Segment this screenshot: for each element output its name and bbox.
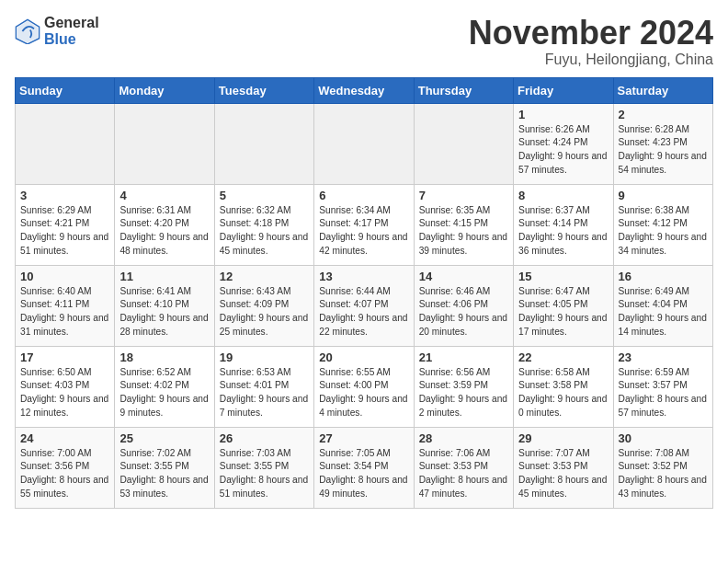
day-number: 20 xyxy=(319,350,408,364)
location-subtitle: Fuyu, Heilongjiang, China xyxy=(469,52,713,68)
day-cell: 28Sunrise: 7:06 AMSunset: 3:53 PMDayligh… xyxy=(414,427,513,508)
day-info: Sunrise: 6:29 AMSunset: 4:21 PMDaylight:… xyxy=(20,204,109,259)
header-row: Sunday Monday Tuesday Wednesday Thursday… xyxy=(16,77,713,103)
day-info: Sunrise: 6:56 AMSunset: 3:59 PMDaylight:… xyxy=(419,366,508,420)
day-info: Sunrise: 6:47 AMSunset: 4:05 PMDaylight:… xyxy=(518,285,608,339)
day-info: Sunrise: 6:26 AMSunset: 4:24 PMDaylight:… xyxy=(518,123,608,178)
day-info: Sunrise: 6:34 AMSunset: 4:17 PMDaylight:… xyxy=(319,204,408,259)
day-info: Sunrise: 7:06 AMSunset: 3:53 PMDaylight:… xyxy=(419,447,508,501)
day-number: 10 xyxy=(20,270,109,283)
day-info: Sunrise: 6:52 AMSunset: 4:02 PMDaylight:… xyxy=(119,366,209,420)
day-info: Sunrise: 7:00 AMSunset: 3:56 PMDaylight:… xyxy=(20,447,109,501)
day-cell: 25Sunrise: 7:02 AMSunset: 3:55 PMDayligh… xyxy=(115,427,214,508)
week-row-5: 24Sunrise: 7:00 AMSunset: 3:56 PMDayligh… xyxy=(16,427,713,508)
col-saturday: Saturday xyxy=(613,77,712,103)
day-number: 18 xyxy=(119,350,209,364)
day-number: 12 xyxy=(220,270,309,283)
day-info: Sunrise: 6:50 AMSunset: 4:03 PMDaylight:… xyxy=(20,366,109,420)
day-info: Sunrise: 7:05 AMSunset: 3:54 PMDaylight:… xyxy=(319,447,408,501)
day-cell: 17Sunrise: 6:50 AMSunset: 4:03 PMDayligh… xyxy=(16,346,115,427)
page-container: General Blue November 2024 Fuyu, Heilong… xyxy=(0,0,728,516)
calendar-table: Sunday Monday Tuesday Wednesday Thursday… xyxy=(15,77,713,509)
day-number: 21 xyxy=(419,350,508,364)
day-cell: 2Sunrise: 6:28 AMSunset: 4:23 PMDaylight… xyxy=(613,103,712,184)
day-cell: 18Sunrise: 6:52 AMSunset: 4:02 PMDayligh… xyxy=(115,346,214,427)
day-number: 23 xyxy=(619,350,708,364)
day-cell xyxy=(16,103,115,184)
day-number: 3 xyxy=(20,189,109,202)
calendar-body: 1Sunrise: 6:26 AMSunset: 4:24 PMDaylight… xyxy=(16,103,713,508)
day-cell xyxy=(214,103,313,184)
day-number: 8 xyxy=(518,189,608,202)
logo: General Blue xyxy=(15,15,99,47)
day-cell: 15Sunrise: 6:47 AMSunset: 4:05 PMDayligh… xyxy=(514,265,613,346)
day-info: Sunrise: 6:41 AMSunset: 4:10 PMDaylight:… xyxy=(119,285,209,339)
week-row-4: 17Sunrise: 6:50 AMSunset: 4:03 PMDayligh… xyxy=(16,346,713,427)
day-cell xyxy=(115,103,214,184)
logo-text: General Blue xyxy=(44,15,99,47)
day-cell: 26Sunrise: 7:03 AMSunset: 3:55 PMDayligh… xyxy=(214,427,313,508)
day-info: Sunrise: 6:58 AMSunset: 3:58 PMDaylight:… xyxy=(518,366,608,420)
day-cell: 4Sunrise: 6:31 AMSunset: 4:20 PMDaylight… xyxy=(115,184,214,265)
day-cell: 10Sunrise: 6:40 AMSunset: 4:11 PMDayligh… xyxy=(16,265,115,346)
day-info: Sunrise: 7:02 AMSunset: 3:55 PMDaylight:… xyxy=(119,447,209,501)
day-info: Sunrise: 6:55 AMSunset: 4:00 PMDaylight:… xyxy=(319,366,408,420)
day-number: 6 xyxy=(319,189,408,202)
day-number: 4 xyxy=(119,189,209,202)
day-cell: 22Sunrise: 6:58 AMSunset: 3:58 PMDayligh… xyxy=(514,346,613,427)
col-tuesday: Tuesday xyxy=(214,77,313,103)
day-info: Sunrise: 6:28 AMSunset: 4:23 PMDaylight:… xyxy=(619,123,708,178)
day-cell: 13Sunrise: 6:44 AMSunset: 4:07 PMDayligh… xyxy=(314,265,414,346)
week-row-3: 10Sunrise: 6:40 AMSunset: 4:11 PMDayligh… xyxy=(16,265,713,346)
col-wednesday: Wednesday xyxy=(314,77,414,103)
month-title: November 2024 xyxy=(469,15,713,52)
week-row-1: 1Sunrise: 6:26 AMSunset: 4:24 PMDaylight… xyxy=(16,103,713,184)
day-info: Sunrise: 6:31 AMSunset: 4:20 PMDaylight:… xyxy=(119,204,209,259)
day-number: 14 xyxy=(419,270,508,283)
day-info: Sunrise: 6:43 AMSunset: 4:09 PMDaylight:… xyxy=(220,285,309,339)
day-cell: 9Sunrise: 6:38 AMSunset: 4:12 PMDaylight… xyxy=(613,184,712,265)
day-cell xyxy=(414,103,513,184)
day-number: 7 xyxy=(419,189,508,202)
day-cell: 5Sunrise: 6:32 AMSunset: 4:18 PMDaylight… xyxy=(214,184,313,265)
day-cell: 27Sunrise: 7:05 AMSunset: 3:54 PMDayligh… xyxy=(314,427,414,508)
day-cell: 19Sunrise: 6:53 AMSunset: 4:01 PMDayligh… xyxy=(214,346,313,427)
day-info: Sunrise: 6:53 AMSunset: 4:01 PMDaylight:… xyxy=(220,366,309,420)
day-number: 27 xyxy=(319,431,408,445)
day-number: 5 xyxy=(220,189,309,202)
day-number: 24 xyxy=(20,431,109,445)
day-number: 16 xyxy=(619,270,708,283)
day-number: 19 xyxy=(220,350,309,364)
day-number: 28 xyxy=(419,431,508,445)
day-number: 11 xyxy=(119,270,209,283)
day-cell: 29Sunrise: 7:07 AMSunset: 3:53 PMDayligh… xyxy=(514,427,613,508)
day-info: Sunrise: 6:40 AMSunset: 4:11 PMDaylight:… xyxy=(20,285,109,339)
day-info: Sunrise: 7:07 AMSunset: 3:53 PMDaylight:… xyxy=(518,447,608,501)
day-number: 22 xyxy=(518,350,608,364)
day-number: 15 xyxy=(518,270,608,283)
day-cell: 30Sunrise: 7:08 AMSunset: 3:52 PMDayligh… xyxy=(613,427,712,508)
day-info: Sunrise: 7:03 AMSunset: 3:55 PMDaylight:… xyxy=(220,447,309,501)
calendar-header: Sunday Monday Tuesday Wednesday Thursday… xyxy=(16,77,713,103)
day-cell: 23Sunrise: 6:59 AMSunset: 3:57 PMDayligh… xyxy=(613,346,712,427)
day-info: Sunrise: 6:37 AMSunset: 4:14 PMDaylight:… xyxy=(518,204,608,259)
col-monday: Monday xyxy=(115,77,214,103)
day-cell: 24Sunrise: 7:00 AMSunset: 3:56 PMDayligh… xyxy=(16,427,115,508)
day-cell: 1Sunrise: 6:26 AMSunset: 4:24 PMDaylight… xyxy=(514,103,613,184)
day-info: Sunrise: 6:38 AMSunset: 4:12 PMDaylight:… xyxy=(619,204,708,259)
day-number: 9 xyxy=(619,189,708,202)
logo-icon xyxy=(15,18,40,44)
day-number: 26 xyxy=(220,431,309,445)
day-info: Sunrise: 6:35 AMSunset: 4:15 PMDaylight:… xyxy=(419,204,508,259)
day-number: 17 xyxy=(20,350,109,364)
day-info: Sunrise: 6:59 AMSunset: 3:57 PMDaylight:… xyxy=(619,366,708,420)
day-info: Sunrise: 6:46 AMSunset: 4:06 PMDaylight:… xyxy=(419,285,508,339)
day-cell: 3Sunrise: 6:29 AMSunset: 4:21 PMDaylight… xyxy=(16,184,115,265)
header: General Blue November 2024 Fuyu, Heilong… xyxy=(15,15,713,68)
day-cell: 7Sunrise: 6:35 AMSunset: 4:15 PMDaylight… xyxy=(414,184,513,265)
day-cell: 21Sunrise: 6:56 AMSunset: 3:59 PMDayligh… xyxy=(414,346,513,427)
day-info: Sunrise: 6:44 AMSunset: 4:07 PMDaylight:… xyxy=(319,285,408,339)
day-info: Sunrise: 7:08 AMSunset: 3:52 PMDaylight:… xyxy=(619,447,708,501)
title-block: November 2024 Fuyu, Heilongjiang, China xyxy=(469,15,713,68)
day-cell xyxy=(314,103,414,184)
